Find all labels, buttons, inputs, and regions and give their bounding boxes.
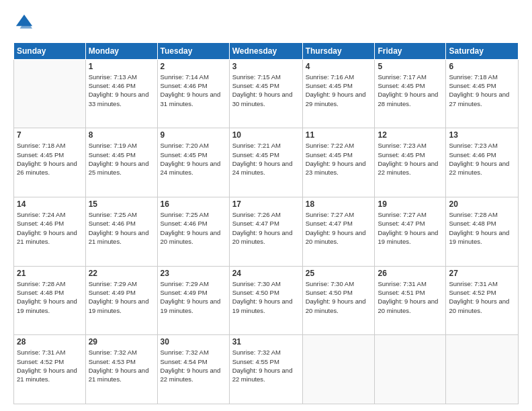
- day-info: Sunrise: 7:26 AM Sunset: 4:47 PM Dayligh…: [232, 210, 300, 246]
- calendar-cell: 28Sunrise: 7:31 AM Sunset: 4:52 PM Dayli…: [14, 335, 86, 404]
- calendar-cell: 29Sunrise: 7:32 AM Sunset: 4:53 PM Dayli…: [85, 335, 157, 404]
- calendar-dow-sunday: Sunday: [14, 42, 86, 59]
- day-number: 3: [232, 62, 300, 71]
- calendar-cell: 17Sunrise: 7:26 AM Sunset: 4:47 PM Dayli…: [229, 197, 302, 267]
- day-number: 18: [306, 199, 372, 209]
- calendar-cell: 16Sunrise: 7:25 AM Sunset: 4:46 PM Dayli…: [157, 197, 229, 267]
- day-number: 30: [161, 337, 226, 347]
- day-number: 14: [17, 199, 83, 209]
- day-info: Sunrise: 7:25 AM Sunset: 4:46 PM Dayligh…: [161, 210, 226, 246]
- calendar-cell: 2Sunrise: 7:14 AM Sunset: 4:46 PM Daylig…: [157, 59, 229, 128]
- calendar-cell: 25Sunrise: 7:30 AM Sunset: 4:50 PM Dayli…: [302, 266, 375, 335]
- day-number: 17: [232, 199, 300, 209]
- calendar-header: SundayMondayTuesdayWednesdayThursdayFrid…: [14, 42, 519, 59]
- day-number: 7: [17, 130, 83, 140]
- calendar-cell: 27Sunrise: 7:31 AM Sunset: 4:52 PM Dayli…: [446, 266, 519, 335]
- day-number: 22: [89, 269, 154, 278]
- calendar-cell: 12Sunrise: 7:23 AM Sunset: 4:45 PM Dayli…: [375, 128, 446, 197]
- calendar-dow-friday: Friday: [375, 42, 446, 59]
- calendar-cell: 20Sunrise: 7:28 AM Sunset: 4:48 PM Dayli…: [446, 197, 519, 267]
- day-number: 6: [449, 62, 515, 71]
- day-number: 19: [378, 199, 443, 209]
- calendar-dow-monday: Monday: [85, 42, 157, 59]
- day-info: Sunrise: 7:27 AM Sunset: 4:47 PM Dayligh…: [378, 210, 443, 246]
- day-info: Sunrise: 7:18 AM Sunset: 4:45 PM Dayligh…: [17, 141, 83, 177]
- day-info: Sunrise: 7:28 AM Sunset: 4:48 PM Dayligh…: [17, 279, 83, 315]
- calendar-cell: 31Sunrise: 7:32 AM Sunset: 4:55 PM Dayli…: [229, 335, 302, 404]
- calendar-cell: 5Sunrise: 7:17 AM Sunset: 4:45 PM Daylig…: [375, 59, 446, 128]
- calendar-cell: 13Sunrise: 7:23 AM Sunset: 4:46 PM Dayli…: [446, 128, 519, 197]
- day-number: 27: [449, 269, 515, 278]
- calendar-header-row: SundayMondayTuesdayWednesdayThursdayFrid…: [14, 42, 519, 59]
- calendar-week-2: 14Sunrise: 7:24 AM Sunset: 4:46 PM Dayli…: [14, 197, 519, 267]
- calendar-cell: [375, 335, 446, 404]
- calendar-dow-saturday: Saturday: [446, 42, 519, 59]
- day-info: Sunrise: 7:32 AM Sunset: 4:54 PM Dayligh…: [161, 348, 226, 383]
- day-number: 5: [378, 62, 443, 71]
- calendar-week-3: 21Sunrise: 7:28 AM Sunset: 4:48 PM Dayli…: [14, 266, 519, 335]
- calendar-cell: 21Sunrise: 7:28 AM Sunset: 4:48 PM Dayli…: [14, 266, 86, 335]
- day-number: 4: [306, 62, 372, 71]
- day-info: Sunrise: 7:32 AM Sunset: 4:53 PM Dayligh…: [89, 348, 154, 383]
- day-info: Sunrise: 7:27 AM Sunset: 4:47 PM Dayligh…: [306, 210, 372, 246]
- day-info: Sunrise: 7:31 AM Sunset: 4:52 PM Dayligh…: [449, 279, 515, 315]
- day-number: 15: [89, 199, 154, 209]
- calendar-cell: 15Sunrise: 7:25 AM Sunset: 4:46 PM Dayli…: [85, 197, 157, 267]
- calendar-cell: 26Sunrise: 7:31 AM Sunset: 4:51 PM Dayli…: [375, 266, 446, 335]
- day-number: 29: [89, 337, 154, 347]
- day-number: 8: [89, 130, 154, 140]
- day-number: 21: [17, 269, 83, 278]
- day-number: 24: [232, 269, 300, 278]
- day-number: 11: [306, 130, 372, 140]
- day-number: 9: [161, 130, 226, 140]
- calendar-dow-thursday: Thursday: [302, 42, 375, 59]
- calendar-cell: 7Sunrise: 7:18 AM Sunset: 4:45 PM Daylig…: [14, 128, 86, 197]
- logo-icon: [15, 13, 34, 32]
- day-info: Sunrise: 7:30 AM Sunset: 4:50 PM Dayligh…: [306, 279, 372, 315]
- day-info: Sunrise: 7:23 AM Sunset: 4:46 PM Dayligh…: [449, 141, 515, 177]
- calendar-cell: 8Sunrise: 7:19 AM Sunset: 4:45 PM Daylig…: [85, 128, 157, 197]
- day-number: 12: [378, 130, 443, 140]
- day-info: Sunrise: 7:20 AM Sunset: 4:45 PM Dayligh…: [161, 141, 226, 177]
- calendar-cell: [446, 335, 519, 404]
- day-number: 16: [161, 199, 226, 209]
- day-info: Sunrise: 7:18 AM Sunset: 4:45 PM Dayligh…: [449, 73, 515, 108]
- calendar-cell: 24Sunrise: 7:30 AM Sunset: 4:50 PM Dayli…: [229, 266, 302, 335]
- day-info: Sunrise: 7:25 AM Sunset: 4:46 PM Dayligh…: [89, 210, 154, 246]
- day-number: 26: [378, 269, 443, 278]
- calendar-dow-wednesday: Wednesday: [229, 42, 302, 59]
- day-info: Sunrise: 7:28 AM Sunset: 4:48 PM Dayligh…: [449, 210, 515, 246]
- day-info: Sunrise: 7:31 AM Sunset: 4:51 PM Dayligh…: [378, 279, 443, 315]
- day-info: Sunrise: 7:13 AM Sunset: 4:46 PM Dayligh…: [89, 73, 154, 108]
- calendar-cell: 11Sunrise: 7:22 AM Sunset: 4:45 PM Dayli…: [302, 128, 375, 197]
- day-info: Sunrise: 7:29 AM Sunset: 4:49 PM Dayligh…: [161, 279, 226, 315]
- calendar-cell: 18Sunrise: 7:27 AM Sunset: 4:47 PM Dayli…: [302, 197, 375, 267]
- day-info: Sunrise: 7:19 AM Sunset: 4:45 PM Dayligh…: [89, 141, 154, 177]
- calendar-cell: 6Sunrise: 7:18 AM Sunset: 4:45 PM Daylig…: [446, 59, 519, 128]
- day-info: Sunrise: 7:15 AM Sunset: 4:45 PM Dayligh…: [232, 73, 300, 108]
- calendar-cell: [302, 335, 375, 404]
- day-info: Sunrise: 7:22 AM Sunset: 4:45 PM Dayligh…: [306, 141, 372, 177]
- calendar-cell: 19Sunrise: 7:27 AM Sunset: 4:47 PM Dayli…: [375, 197, 446, 267]
- day-info: Sunrise: 7:29 AM Sunset: 4:49 PM Dayligh…: [89, 279, 154, 315]
- day-number: 23: [161, 269, 226, 278]
- calendar-week-4: 28Sunrise: 7:31 AM Sunset: 4:52 PM Dayli…: [14, 335, 519, 404]
- day-info: Sunrise: 7:30 AM Sunset: 4:50 PM Dayligh…: [232, 279, 300, 315]
- day-number: 1: [89, 62, 154, 71]
- calendar-cell: 30Sunrise: 7:32 AM Sunset: 4:54 PM Dayli…: [157, 335, 229, 404]
- day-number: 20: [449, 199, 515, 209]
- day-number: 2: [161, 62, 226, 71]
- day-info: Sunrise: 7:17 AM Sunset: 4:45 PM Dayligh…: [378, 73, 443, 108]
- day-info: Sunrise: 7:16 AM Sunset: 4:45 PM Dayligh…: [306, 73, 372, 108]
- calendar-cell: 14Sunrise: 7:24 AM Sunset: 4:46 PM Dayli…: [14, 197, 86, 267]
- calendar-cell: 4Sunrise: 7:16 AM Sunset: 4:45 PM Daylig…: [302, 59, 375, 128]
- calendar-dow-tuesday: Tuesday: [157, 42, 229, 59]
- day-info: Sunrise: 7:31 AM Sunset: 4:52 PM Dayligh…: [17, 348, 83, 383]
- calendar-cell: [14, 59, 86, 128]
- day-number: 13: [449, 130, 515, 140]
- calendar-cell: 3Sunrise: 7:15 AM Sunset: 4:45 PM Daylig…: [229, 59, 302, 128]
- calendar-cell: 22Sunrise: 7:29 AM Sunset: 4:49 PM Dayli…: [85, 266, 157, 335]
- day-info: Sunrise: 7:32 AM Sunset: 4:55 PM Dayligh…: [232, 348, 300, 383]
- calendar-cell: 10Sunrise: 7:21 AM Sunset: 4:45 PM Dayli…: [229, 128, 302, 197]
- page: SundayMondayTuesdayWednesdayThursdayFrid…: [0, 0, 532, 411]
